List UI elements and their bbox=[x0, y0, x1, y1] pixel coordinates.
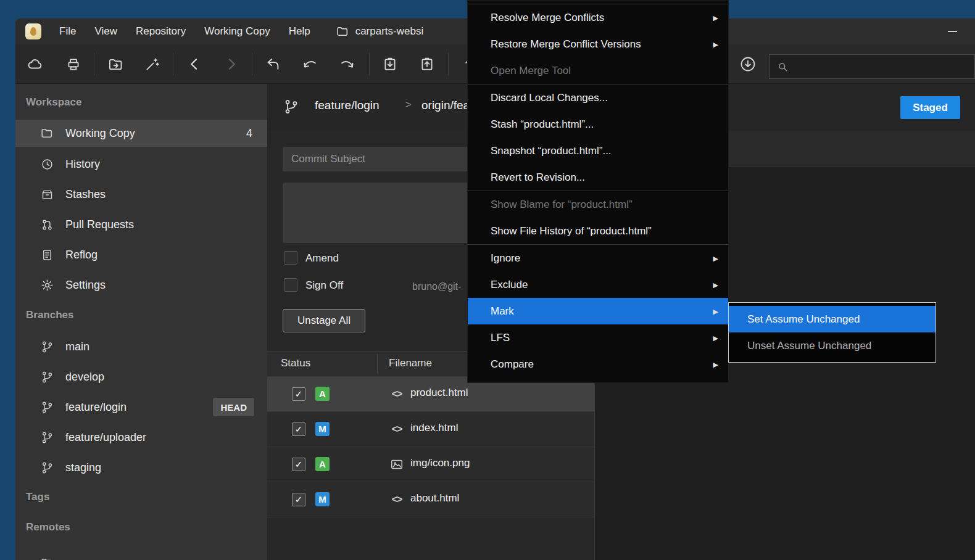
open-repo-button[interactable] bbox=[102, 51, 129, 78]
curved-arrow-left-icon bbox=[302, 56, 318, 73]
menu-item-compare[interactable]: Compare ▶ bbox=[468, 351, 728, 377]
table-row[interactable]: ✓ A img/icon.png bbox=[267, 447, 594, 482]
sidebar-item-history[interactable]: History bbox=[15, 149, 267, 179]
submenu-arrow-icon: ▶ bbox=[713, 307, 718, 315]
pull-button[interactable] bbox=[376, 51, 404, 78]
sidebar-item-reflog[interactable]: Reflog bbox=[15, 240, 267, 270]
section-header-tags: Tags bbox=[26, 491, 49, 503]
sidebar-item-settings[interactable]: Settings bbox=[15, 270, 267, 300]
submenu-item-unset-assume-unchanged[interactable]: Unset Assume Unchanged bbox=[729, 332, 936, 359]
check-icon: ✓ bbox=[295, 494, 303, 505]
section-header-remotes: Remotes bbox=[26, 521, 70, 533]
file-checkbox[interactable]: ✓ bbox=[292, 387, 305, 401]
forward-button[interactable] bbox=[218, 51, 245, 78]
menu-item-mark[interactable]: Mark ▶ bbox=[468, 298, 728, 324]
check-icon: ✓ bbox=[295, 424, 303, 435]
menu-item-exclude[interactable]: Exclude ▶ bbox=[468, 271, 728, 298]
minimize-icon bbox=[948, 31, 957, 32]
menu-item-stash[interactable]: Stash “product.html”... bbox=[468, 111, 728, 138]
table-row[interactable]: ✓ M <> about.html bbox=[267, 482, 594, 517]
column-divider[interactable] bbox=[377, 354, 378, 374]
column-header-status[interactable]: Status bbox=[281, 357, 310, 369]
branch-icon bbox=[40, 340, 54, 354]
branch-icon bbox=[40, 371, 54, 384]
undo-button[interactable] bbox=[296, 51, 323, 78]
amend-checkbox[interactable] bbox=[284, 251, 297, 265]
sidebar-item-branch-develop[interactable]: develop bbox=[15, 362, 267, 392]
chevron-left-icon bbox=[186, 56, 203, 73]
menu-item-ignore[interactable]: Ignore ▶ bbox=[468, 245, 728, 271]
menu-working-copy[interactable]: Working Copy bbox=[195, 19, 279, 44]
file-name: index.html bbox=[410, 422, 458, 434]
toolbar-divider bbox=[173, 52, 173, 76]
file-name: product.html bbox=[410, 387, 468, 399]
file-checkbox[interactable]: ✓ bbox=[292, 458, 305, 471]
sidebar-item-remote[interactable] bbox=[15, 548, 267, 560]
chevron-right-icon bbox=[223, 56, 240, 73]
menu-item-resolve-merge-conflicts[interactable]: Resolve Merge Conflicts ▶ bbox=[468, 4, 728, 31]
minimize-button[interactable] bbox=[938, 19, 966, 44]
sidebar-item-working-copy[interactable]: Working Copy 4 bbox=[15, 120, 267, 147]
menu-view[interactable]: View bbox=[85, 19, 127, 44]
toolbar-divider bbox=[369, 52, 370, 76]
menu-item-lfs[interactable]: LFS ▶ bbox=[468, 324, 728, 351]
menu-item-show-blame[interactable]: Show Blame for “product.html” bbox=[468, 191, 728, 218]
submenu-arrow-icon: ▶ bbox=[713, 281, 718, 289]
file-checkbox[interactable]: ✓ bbox=[292, 493, 305, 506]
section-header-workspace: Workspace bbox=[26, 96, 81, 109]
sidebar-item-branch-staging[interactable]: staging bbox=[15, 453, 267, 483]
menu-item-revert-to-revision[interactable]: Revert to Revision... bbox=[468, 164, 728, 191]
image-file-icon bbox=[389, 457, 405, 472]
back-button[interactable] bbox=[181, 51, 208, 78]
table-row[interactable]: ✓ M <> index.html bbox=[267, 412, 594, 447]
column-header-filename[interactable]: Filename bbox=[389, 357, 432, 369]
redo-button[interactable] bbox=[333, 51, 360, 78]
unstage-all-button[interactable]: Unstage All bbox=[283, 309, 365, 332]
sign-off-checkbox[interactable] bbox=[284, 278, 297, 292]
sourcetree-app-icon bbox=[25, 23, 41, 39]
tray-arrow-up-icon bbox=[419, 56, 435, 72]
submenu-item-set-assume-unchanged[interactable]: Set Assume Unchanged bbox=[729, 306, 936, 332]
journal-icon bbox=[40, 249, 54, 262]
menu-item-discard-local-changes[interactable]: Discard Local Changes... bbox=[468, 84, 728, 111]
search-icon bbox=[777, 61, 789, 73]
menu-item-snapshot[interactable]: Snapshot “product.html”... bbox=[468, 138, 728, 164]
search-box bbox=[769, 54, 975, 79]
curved-arrow-right-icon bbox=[339, 56, 355, 73]
menu-item-open-merge-tool[interactable]: Open Merge Tool bbox=[468, 57, 728, 84]
search-input[interactable] bbox=[789, 61, 974, 72]
checkout-button[interactable] bbox=[259, 51, 286, 78]
push-button[interactable] bbox=[413, 51, 441, 78]
sidebar: Workspace Working Copy 4 History Stashes… bbox=[15, 84, 268, 560]
clean-button[interactable] bbox=[139, 51, 166, 78]
file-checkbox[interactable]: ✓ bbox=[292, 422, 305, 436]
submenu-arrow-icon: ▶ bbox=[713, 14, 718, 22]
menu-item-restore-merge-conflict-versions[interactable]: Restore Merge Conflict Versions ▶ bbox=[468, 31, 728, 57]
status-badge: M bbox=[315, 422, 330, 436]
gear-icon bbox=[40, 279, 54, 292]
repo-tab[interactable]: carparts-websi bbox=[336, 25, 424, 38]
folder-icon bbox=[40, 556, 54, 560]
sidebar-item-branch-main[interactable]: main bbox=[15, 332, 267, 362]
tracking-branch-label[interactable]: origin/fea bbox=[421, 99, 470, 112]
sign-off-label: Sign Off bbox=[305, 279, 343, 292]
staged-view-button[interactable]: Staged bbox=[900, 96, 960, 119]
download-button[interactable] bbox=[734, 51, 761, 78]
sidebar-item-pull-requests[interactable]: Pull Requests bbox=[15, 210, 267, 240]
working-copy-count-badge: 4 bbox=[246, 127, 252, 140]
menu-file[interactable]: File bbox=[50, 19, 85, 44]
folder-icon bbox=[336, 25, 349, 38]
sidebar-item-branch-feature-login[interactable]: feature/login HEAD bbox=[15, 392, 267, 422]
clock-icon bbox=[40, 158, 54, 171]
sidebar-item-stashes[interactable]: Stashes bbox=[15, 179, 267, 210]
current-branch-label[interactable]: feature/login bbox=[315, 99, 380, 112]
menu-item-show-file-history[interactable]: Show File History of “product.html” bbox=[468, 218, 728, 244]
tray-arrow-down-icon bbox=[382, 56, 398, 72]
sidebar-item-branch-feature-uploader[interactable]: feature/uploader bbox=[15, 422, 267, 453]
print-button[interactable] bbox=[60, 51, 87, 78]
status-badge: A bbox=[315, 387, 330, 401]
menu-repository[interactable]: Repository bbox=[127, 19, 195, 44]
branch-icon bbox=[283, 99, 299, 115]
remote-button[interactable] bbox=[22, 51, 49, 78]
menu-help[interactable]: Help bbox=[280, 19, 320, 44]
